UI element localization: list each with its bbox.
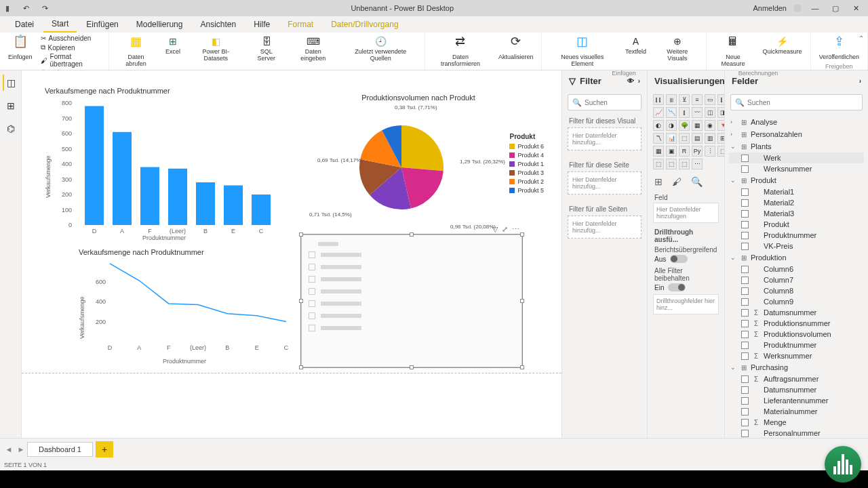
focus-visual-icon[interactable]: ⤢ [502,225,508,234]
menu-view[interactable]: Ansichten [192,17,244,32]
transform-button[interactable]: ⇄Daten transformieren [429,34,492,69]
bar-chart-visual[interactable]: Verkaufsmenge nach Produktnummer Verkauf… [42,85,286,252]
report-view-icon[interactable]: ◫ [3,75,19,91]
pbi-datasets-button[interactable]: ◧Power BI-Datasets [187,34,244,64]
field-Material1[interactable]: Material1 [729,186,864,197]
viz-type-8[interactable]: ⫿ [679,107,690,118]
new-measure-button[interactable]: 🖩Neue Measure [711,34,756,69]
field-Produktnummer[interactable]: Produktnummer [729,340,864,350]
model-view-icon[interactable]: ⌬ [3,121,19,137]
refresh-button[interactable]: ⟳Aktualisieren [494,34,538,62]
page-prev-icon[interactable]: ◄ [3,442,15,457]
menu-help[interactable]: Hilfe [245,17,278,32]
field-Produktionsnummer[interactable]: ΣProduktionsnummer [729,318,864,329]
redo-icon[interactable]: ↷ [38,1,52,15]
fields-collapse-icon[interactable]: › [859,77,861,85]
field-Menge[interactable]: ΣMenge [729,417,864,428]
minimize-icon[interactable]: — [808,1,822,15]
viz-type-30[interactable]: ⬚ [653,159,664,169]
viz-type-0[interactable]: ⫿⫿ [653,94,664,105]
format-tab-icon[interactable]: 🖌 [672,176,682,187]
field-Datumsnummer[interactable]: ΣDatumsnummer [729,307,864,318]
field-Produktionsvolumen[interactable]: ΣProduktionsvolumen [729,329,864,340]
line-chart-visual[interactable]: Verkaufsmenge nach Produktnummer Verkauf… [76,247,293,369]
cross-report-toggle[interactable] [670,255,688,263]
viz-type-14[interactable]: 🌳 [679,120,690,131]
avatar[interactable] [793,4,802,12]
close-icon[interactable]: ✕ [849,1,863,15]
paste-button[interactable]: 📋Einfügen [4,34,37,62]
add-page-button[interactable]: + [96,441,113,458]
signin-link[interactable]: Anmelden [753,4,787,12]
field-Column7[interactable]: Column7 [729,274,864,285]
filter-page-drop[interactable]: Hier Datenfelder hinzufüg... [568,171,642,195]
field-Produkt[interactable]: Produkt [729,219,864,230]
menu-start[interactable]: Start [43,16,77,33]
filter-eye-icon[interactable]: 👁 [627,77,634,85]
field-Werksnummer[interactable]: ΣWerksnummer [729,350,864,361]
new-visual-button[interactable]: ◫Neues visuelles Element [546,34,618,69]
field-Column9[interactable]: Column9 [729,296,864,307]
drill-fields-drop[interactable]: Drillthroughfelder hier hinz... [653,294,719,314]
viz-type-1[interactable]: ⫼ [666,94,677,105]
table-Produkt[interactable]: ⌄⊞Produkt [729,174,864,186]
viz-type-27[interactable]: Py [692,146,703,157]
maximize-icon[interactable]: ▢ [829,1,842,15]
cut-button[interactable]: ✂ Ausschneiden [39,34,105,43]
sql-button[interactable]: 🗄SQL Server [247,34,285,64]
field-Column6[interactable]: Column6 [729,264,864,274]
viz-type-22[interactable]: ▥ [705,133,715,144]
filter-search[interactable]: 🔍 [568,94,642,110]
fields-search[interactable]: 🔍 [730,94,863,110]
viz-type-9[interactable]: 〰 [692,107,703,118]
field-Werksnummer[interactable]: Werksnummer [729,163,864,174]
field-Lieferantennummer[interactable]: Lieferantennummer [729,395,864,406]
table-Personalzahlen[interactable]: ›⊞Personalzahlen [729,128,864,140]
filter-collapse-icon[interactable]: › [638,77,640,85]
enter-data-button[interactable]: ⌨Daten eingeben [288,34,338,64]
field-Material2[interactable]: Material2 [729,197,864,208]
textbox-button[interactable]: ATextfeld [621,34,650,57]
analytics-tab-icon[interactable]: 🔍 [691,176,703,187]
field-well-drop[interactable]: Hier Datenfelder hinzufügen [653,203,719,223]
ribbon-collapse-icon[interactable]: ⌃ [859,35,864,42]
format-painter-button[interactable]: 🖌 Format übertragen [39,52,105,68]
viz-type-33[interactable]: ⋯ [692,159,703,169]
more-visual-icon[interactable]: ⋯ [512,225,519,234]
get-data-button[interactable]: ▦Daten abrufen [113,34,159,69]
filter-all-drop[interactable]: Hier Datenfelder hinzufüg... [568,216,642,239]
table-Purchasing[interactable]: ⌄⊞Purchasing [729,361,864,373]
viz-gallery[interactable]: ⫿⫿⫼⊻≡▭⫿|📈📉⫿〰◫◨◐◑🌳▦◉🔻〽📊⬚▤▥⊞▦▣RPy⋮⬚⬚⬚⬚⋯ [648,92,724,172]
page-tab[interactable]: Dashboard 1 [27,442,93,457]
more-visuals-button[interactable]: ⊕Weitere Visuals [653,34,702,64]
table-Analyse[interactable]: ›⊞Analyse [729,116,864,128]
viz-type-21[interactable]: ▤ [692,133,703,144]
viz-type-28[interactable]: ⋮ [705,146,715,157]
selected-visual[interactable]: ▽ ⤢ ⋯ [301,235,522,367]
viz-type-13[interactable]: ◑ [666,120,677,131]
table-Plants[interactable]: ⌄⊞Plants [729,140,864,152]
field-Materialnummer[interactable]: Materialnummer [729,406,864,417]
viz-type-4[interactable]: ▭ [705,94,715,105]
quick-measure-button[interactable]: ⚡Quickmeasure [759,34,806,57]
menu-insert[interactable]: Einfügen [78,17,126,32]
viz-type-19[interactable]: 📊 [666,133,677,144]
fields-tab-icon[interactable]: ⊞ [654,176,663,187]
field-Produktnummer[interactable]: Produktnummer [729,230,864,241]
viz-type-26[interactable]: R [679,146,690,157]
menu-modeling[interactable]: Modellierung [128,17,191,32]
viz-type-15[interactable]: ▦ [692,120,703,131]
menu-file[interactable]: Datei [7,17,42,32]
copy-button[interactable]: ⧉ Kopieren [39,43,105,52]
publish-button[interactable]: ⇪Veröffentlichen [815,34,863,62]
excel-button[interactable]: ⊞Excel [161,34,184,57]
viz-type-20[interactable]: ⬚ [679,133,690,144]
field-Personalnummer[interactable]: Personalnummer [729,428,864,438]
menu-format[interactable]: Format [279,17,321,32]
filter-visual-icon[interactable]: ▽ [492,225,498,234]
filter-visual-drop[interactable]: Hier Datenfelder hinzufüg... [568,127,642,150]
viz-type-32[interactable]: ⬚ [679,159,690,169]
viz-type-12[interactable]: ◐ [653,120,664,131]
keep-filters-toggle[interactable] [668,283,686,291]
viz-type-10[interactable]: ◫ [705,107,715,118]
